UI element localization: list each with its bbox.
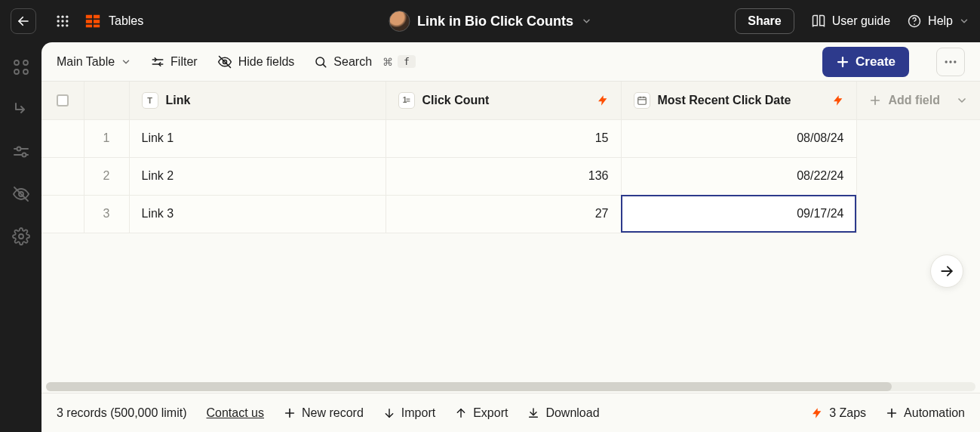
automation-button[interactable]: Automation [886, 406, 965, 420]
horizontal-scrollbar[interactable] [46, 382, 975, 391]
share-button[interactable]: Share [735, 8, 794, 34]
import-button[interactable]: Import [383, 406, 435, 420]
help-dropdown[interactable]: Help [907, 14, 969, 29]
filter-button[interactable]: Filter [151, 55, 198, 69]
user-guide-link[interactable]: User guide [811, 14, 890, 29]
cell-link[interactable]: Link 1 [129, 119, 386, 157]
table-row[interactable]: 1 Link 1 15 08/08/24 [41, 119, 980, 157]
column-header-link[interactable]: T Link [129, 82, 386, 119]
hide-fields-button[interactable]: Hide fields [217, 54, 295, 69]
cell-click-count[interactable]: 15 [386, 119, 621, 157]
apps-grid-icon [55, 14, 70, 29]
svg-rect-11 [94, 15, 100, 19]
column-date-label: Most Recent Click Date [658, 94, 791, 107]
svg-point-28 [19, 234, 23, 239]
tables-logo-icon [84, 13, 101, 29]
chevron-down-icon [581, 16, 591, 26]
column-link-label: Link [166, 94, 191, 107]
svg-point-37 [945, 60, 948, 63]
document-title-dropdown[interactable]: Link in Bio Click Counts [389, 11, 591, 32]
cell-click-count[interactable]: 136 [386, 157, 621, 195]
svg-point-18 [14, 60, 19, 65]
export-button[interactable]: Export [455, 406, 508, 420]
column-header-date[interactable]: Most Recent Click Date [621, 82, 856, 119]
row-select-cell[interactable] [41, 157, 84, 195]
export-label: Export [473, 406, 508, 420]
scroll-right-fab[interactable] [930, 255, 963, 288]
number-type-icon: 1≡ [398, 92, 415, 109]
cell-date[interactable]: 08/08/24 [621, 119, 856, 157]
search-label: Search [333, 55, 372, 69]
row-number: 2 [84, 157, 129, 195]
sub-arrow-icon [12, 100, 30, 119]
search-button[interactable]: Search ⌘ f [314, 55, 416, 69]
table-row[interactable]: 2 Link 2 136 08/22/24 [41, 157, 980, 195]
apps-grid-button[interactable] [51, 10, 74, 32]
back-button[interactable] [11, 8, 36, 34]
help-icon [907, 14, 922, 29]
rail-sub-button[interactable] [11, 100, 31, 119]
view-selector[interactable]: Main Table [57, 55, 131, 69]
table-row[interactable]: 3 Link 3 27 09/17/24 [41, 195, 980, 233]
import-label: Import [401, 406, 435, 420]
download-icon [527, 407, 539, 419]
row-number: 1 [84, 119, 129, 157]
column-click-count-label: Click Count [422, 94, 490, 107]
eye-off-icon [12, 185, 30, 203]
document-title: Link in Bio Click Counts [417, 14, 573, 29]
row-select-cell[interactable] [41, 119, 84, 157]
dots-horizontal-icon [943, 54, 958, 69]
chevron-down-icon [121, 57, 131, 67]
rail-filters-button[interactable] [11, 142, 31, 162]
rail-hidden-button[interactable] [11, 184, 31, 204]
zaps-button[interactable]: 3 Zaps [811, 406, 866, 420]
new-record-button[interactable]: New record [284, 406, 364, 420]
cell-link[interactable]: Link 2 [129, 157, 386, 195]
contact-us-link[interactable]: Contact us [207, 406, 264, 420]
date-type-icon [634, 92, 650, 109]
arrow-left-icon [17, 14, 30, 28]
arrow-up-icon [455, 407, 467, 419]
sliders-icon [12, 143, 30, 161]
add-field-header[interactable]: Add field [856, 82, 980, 119]
chevron-down-icon [959, 16, 969, 26]
svg-point-25 [22, 153, 26, 157]
svg-rect-10 [86, 15, 92, 19]
brand-name: Tables [109, 14, 143, 28]
bolt-icon [811, 407, 823, 419]
svg-point-21 [23, 69, 28, 74]
view-selector-label: Main Table [57, 55, 115, 69]
plus-icon [284, 407, 296, 419]
data-table: T Link 1≡ Click Count [41, 82, 980, 233]
download-button[interactable]: Download [527, 406, 599, 420]
hide-fields-label: Hide fields [238, 55, 295, 69]
svg-rect-13 [94, 20, 100, 23]
svg-point-3 [66, 16, 68, 18]
create-label: Create [856, 54, 896, 69]
gear-icon [12, 227, 30, 245]
plus-icon [869, 94, 881, 106]
svg-point-19 [23, 60, 28, 65]
more-button[interactable] [936, 48, 965, 76]
plus-icon [836, 55, 849, 69]
new-record-label: New record [302, 406, 364, 420]
cell-link[interactable]: Link 3 [129, 195, 386, 233]
filter-label: Filter [171, 55, 198, 69]
arrow-down-icon [383, 407, 395, 419]
svg-point-17 [914, 23, 915, 25]
column-header-click-count[interactable]: 1≡ Click Count [386, 82, 621, 119]
branches-icon [12, 58, 30, 76]
create-button[interactable]: Create [822, 47, 909, 77]
svg-line-34 [324, 64, 326, 66]
select-all-header[interactable] [41, 82, 84, 119]
svg-rect-12 [86, 20, 92, 23]
zaps-label: 3 Zaps [829, 406, 866, 420]
cell-date[interactable]: 09/17/24 [621, 195, 856, 233]
cell-click-count[interactable]: 27 [386, 195, 621, 233]
select-all-checkbox[interactable] [57, 94, 69, 106]
svg-point-38 [949, 60, 951, 63]
rail-connections-button[interactable] [11, 57, 31, 77]
rail-settings-button[interactable] [11, 227, 31, 246]
cell-date[interactable]: 08/22/24 [621, 157, 856, 195]
row-select-cell[interactable] [41, 195, 84, 233]
